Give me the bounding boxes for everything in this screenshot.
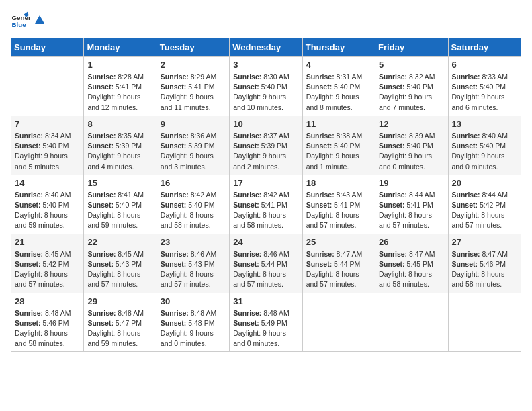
day-info: Sunrise: 8:42 AMSunset: 5:40 PMDaylight:…: [161, 190, 226, 231]
calendar-header-row: SundayMondayTuesdayWednesdayThursdayFrid…: [11, 38, 521, 57]
day-info: Sunrise: 8:48 AMSunset: 5:47 PMDaylight:…: [87, 308, 152, 349]
day-info: Sunrise: 8:44 AMSunset: 5:41 PMDaylight:…: [379, 190, 444, 231]
calendar-cell: 4Sunrise: 8:31 AMSunset: 5:40 PMDaylight…: [302, 57, 375, 116]
calendar-cell: 11Sunrise: 8:38 AMSunset: 5:40 PMDayligh…: [302, 116, 375, 175]
day-number: 18: [306, 178, 371, 188]
calendar-week-row: 1Sunrise: 8:28 AMSunset: 5:41 PMDaylight…: [11, 57, 521, 116]
day-number: 31: [233, 296, 298, 306]
day-info: Sunrise: 8:42 AMSunset: 5:41 PMDaylight:…: [233, 190, 298, 231]
day-number: 12: [379, 119, 444, 129]
calendar-cell: 25Sunrise: 8:47 AMSunset: 5:44 PMDayligh…: [302, 234, 375, 293]
day-number: 8: [87, 119, 152, 129]
calendar-cell: 1Sunrise: 8:28 AMSunset: 5:41 PMDaylight…: [84, 57, 157, 116]
day-info: Sunrise: 8:43 AMSunset: 5:41 PMDaylight:…: [306, 190, 371, 231]
calendar-week-row: 28Sunrise: 8:48 AMSunset: 5:46 PMDayligh…: [11, 293, 521, 352]
day-info: Sunrise: 8:34 AMSunset: 5:40 PMDaylight:…: [15, 131, 80, 172]
calendar-cell: 5Sunrise: 8:32 AMSunset: 5:40 PMDaylight…: [375, 57, 448, 116]
day-number: 23: [161, 237, 226, 247]
day-info: Sunrise: 8:45 AMSunset: 5:43 PMDaylight:…: [87, 249, 152, 290]
calendar-cell: 26Sunrise: 8:47 AMSunset: 5:45 PMDayligh…: [375, 234, 448, 293]
day-number: 2: [161, 60, 226, 70]
calendar-cell: [302, 293, 375, 352]
day-number: 20: [452, 178, 517, 188]
day-info: Sunrise: 8:40 AMSunset: 5:40 PMDaylight:…: [452, 131, 517, 172]
day-number: 4: [306, 60, 371, 70]
day-info: Sunrise: 8:28 AMSunset: 5:41 PMDaylight:…: [87, 72, 152, 113]
day-number: 9: [161, 119, 226, 129]
calendar-week-row: 7Sunrise: 8:34 AMSunset: 5:40 PMDaylight…: [11, 116, 521, 175]
day-number: 11: [306, 119, 371, 129]
calendar-cell: 27Sunrise: 8:47 AMSunset: 5:46 PMDayligh…: [448, 234, 521, 293]
calendar-cell: 21Sunrise: 8:45 AMSunset: 5:42 PMDayligh…: [11, 234, 84, 293]
day-info: Sunrise: 8:29 AMSunset: 5:41 PMDaylight:…: [161, 72, 226, 113]
day-number: 19: [379, 178, 444, 188]
day-info: Sunrise: 8:33 AMSunset: 5:40 PMDaylight:…: [452, 72, 517, 113]
calendar-cell: 3Sunrise: 8:30 AMSunset: 5:40 PMDaylight…: [230, 57, 302, 116]
day-info: Sunrise: 8:47 AMSunset: 5:44 PMDaylight:…: [306, 249, 371, 290]
svg-text:Blue: Blue: [11, 21, 26, 28]
logo-icon: General Blue: [11, 11, 30, 30]
column-header-wednesday: Wednesday: [230, 38, 302, 57]
day-info: Sunrise: 8:48 AMSunset: 5:46 PMDaylight:…: [15, 308, 80, 349]
calendar-cell: 14Sunrise: 8:40 AMSunset: 5:40 PMDayligh…: [11, 175, 84, 234]
day-number: 28: [15, 296, 80, 306]
day-info: Sunrise: 8:46 AMSunset: 5:43 PMDaylight:…: [161, 249, 226, 290]
calendar-cell: 24Sunrise: 8:46 AMSunset: 5:44 PMDayligh…: [230, 234, 302, 293]
column-header-monday: Monday: [84, 38, 157, 57]
calendar-cell: 13Sunrise: 8:40 AMSunset: 5:40 PMDayligh…: [448, 116, 521, 175]
day-number: 21: [15, 237, 80, 247]
day-info: Sunrise: 8:47 AMSunset: 5:46 PMDaylight:…: [452, 249, 517, 290]
day-info: Sunrise: 8:30 AMSunset: 5:40 PMDaylight:…: [233, 72, 298, 113]
calendar-cell: 17Sunrise: 8:42 AMSunset: 5:41 PMDayligh…: [230, 175, 302, 234]
day-number: 26: [379, 237, 444, 247]
header: General Blue: [11, 11, 521, 30]
calendar-cell: 20Sunrise: 8:44 AMSunset: 5:42 PMDayligh…: [448, 175, 521, 234]
day-info: Sunrise: 8:48 AMSunset: 5:48 PMDaylight:…: [161, 308, 226, 349]
day-info: Sunrise: 8:32 AMSunset: 5:40 PMDaylight:…: [379, 72, 444, 113]
logo-arrow-icon: [34, 14, 46, 26]
day-number: 13: [452, 119, 517, 129]
calendar-cell: 7Sunrise: 8:34 AMSunset: 5:40 PMDaylight…: [11, 116, 84, 175]
day-number: 1: [87, 60, 152, 70]
day-number: 3: [233, 60, 298, 70]
day-number: 14: [15, 178, 80, 188]
day-number: 27: [452, 237, 517, 247]
day-number: 7: [15, 119, 80, 129]
calendar-cell: 9Sunrise: 8:36 AMSunset: 5:39 PMDaylight…: [157, 116, 229, 175]
day-number: 22: [87, 237, 152, 247]
calendar-week-row: 14Sunrise: 8:40 AMSunset: 5:40 PMDayligh…: [11, 175, 521, 234]
day-number: 29: [87, 296, 152, 306]
column-header-thursday: Thursday: [302, 38, 375, 57]
day-number: 25: [306, 237, 371, 247]
day-info: Sunrise: 8:44 AMSunset: 5:42 PMDaylight:…: [452, 190, 517, 231]
day-number: 6: [452, 60, 517, 70]
day-info: Sunrise: 8:37 AMSunset: 5:39 PMDaylight:…: [233, 131, 298, 172]
day-number: 15: [87, 178, 152, 188]
day-info: Sunrise: 8:47 AMSunset: 5:45 PMDaylight:…: [379, 249, 444, 290]
day-info: Sunrise: 8:36 AMSunset: 5:39 PMDaylight:…: [161, 131, 226, 172]
calendar-table: SundayMondayTuesdayWednesdayThursdayFrid…: [11, 38, 521, 352]
day-info: Sunrise: 8:45 AMSunset: 5:42 PMDaylight:…: [15, 249, 80, 290]
calendar-cell: 22Sunrise: 8:45 AMSunset: 5:43 PMDayligh…: [84, 234, 157, 293]
day-number: 17: [233, 178, 298, 188]
calendar-cell: [11, 57, 84, 116]
column-header-friday: Friday: [375, 38, 448, 57]
calendar-cell: 6Sunrise: 8:33 AMSunset: 5:40 PMDaylight…: [448, 57, 521, 116]
calendar-cell: [448, 293, 521, 352]
calendar-cell: [375, 293, 448, 352]
svg-marker-2: [35, 15, 44, 24]
day-info: Sunrise: 8:48 AMSunset: 5:49 PMDaylight:…: [233, 308, 298, 349]
calendar-cell: 18Sunrise: 8:43 AMSunset: 5:41 PMDayligh…: [302, 175, 375, 234]
calendar-cell: 23Sunrise: 8:46 AMSunset: 5:43 PMDayligh…: [157, 234, 229, 293]
logo: General Blue: [11, 11, 46, 30]
day-info: Sunrise: 8:35 AMSunset: 5:39 PMDaylight:…: [87, 131, 152, 172]
day-info: Sunrise: 8:41 AMSunset: 5:40 PMDaylight:…: [87, 190, 152, 231]
calendar-cell: 28Sunrise: 8:48 AMSunset: 5:46 PMDayligh…: [11, 293, 84, 352]
calendar-cell: 10Sunrise: 8:37 AMSunset: 5:39 PMDayligh…: [230, 116, 302, 175]
calendar-cell: 12Sunrise: 8:39 AMSunset: 5:40 PMDayligh…: [375, 116, 448, 175]
day-info: Sunrise: 8:39 AMSunset: 5:40 PMDaylight:…: [379, 131, 444, 172]
calendar-week-row: 21Sunrise: 8:45 AMSunset: 5:42 PMDayligh…: [11, 234, 521, 293]
calendar-cell: 8Sunrise: 8:35 AMSunset: 5:39 PMDaylight…: [84, 116, 157, 175]
day-number: 5: [379, 60, 444, 70]
day-info: Sunrise: 8:40 AMSunset: 5:40 PMDaylight:…: [15, 190, 80, 231]
